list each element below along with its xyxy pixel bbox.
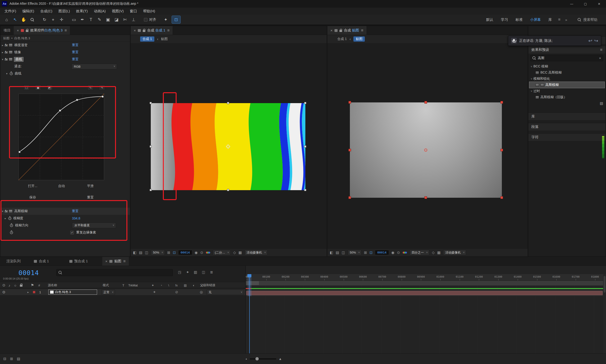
viewer-left-canvas[interactable] — [131, 43, 327, 248]
workspace-小屏幕[interactable]: 小屏幕 — [526, 17, 545, 22]
view-layout-icon[interactable] — [133, 250, 136, 255]
breadcrumb-comp1[interactable]: 合成 1 — [337, 37, 347, 41]
parent-dropdown[interactable]: 无 — [206, 289, 244, 295]
new-panel-icon[interactable] — [600, 101, 603, 105]
tab-tietu[interactable]: 贴图 — [102, 257, 129, 266]
puppet-pin-tool[interactable]: ⊥ — [129, 16, 138, 23]
transform-handle[interactable] — [150, 189, 152, 191]
transform-handle[interactable] — [424, 101, 427, 104]
menu-item[interactable]: 帮助(H) — [140, 8, 158, 15]
layer-name-field[interactable]: 白色 纯色 3 — [48, 289, 97, 295]
grid-guides-icon[interactable] — [364, 250, 367, 255]
workspace-more-icon[interactable]: » — [563, 18, 569, 22]
chevron-right-icon[interactable]: ▸ — [5, 217, 6, 220]
tab-composition-1[interactable]: 合成 合成 1 — [131, 26, 173, 35]
menu-item[interactable]: 窗口 — [127, 8, 140, 15]
maximize-button[interactable]: ▢ — [579, 0, 592, 8]
curve-smooth-icon[interactable]: ∿ — [87, 85, 94, 90]
transform-handle[interactable] — [349, 149, 351, 151]
fx-icon[interactable]: fx — [5, 209, 8, 213]
timeline-graph-area[interactable]: 0000000100002000030000400005000060000700… — [245, 266, 606, 353]
tab-render-queue[interactable]: 渲染队列 — [3, 257, 24, 266]
layer-duration-bar[interactable] — [246, 291, 603, 295]
menu-item[interactable]: 合成(C) — [37, 8, 55, 15]
tab-precomp-1[interactable]: 预合成 1 — [66, 257, 91, 266]
resolution-dropdown[interactable]: 四分之一 — [410, 250, 430, 255]
rotate-tool[interactable]: ↻ — [40, 16, 49, 23]
zoom-in-icon[interactable]: ▲ — [279, 357, 282, 361]
t-column[interactable]: T — [122, 282, 124, 288]
blurriness-value[interactable]: 334.8 — [72, 216, 80, 220]
close-tab-icon[interactable] — [330, 28, 333, 32]
snapshot-icon[interactable] — [391, 250, 394, 255]
tab-effect-controls[interactable]: 效果控件白色 纯色 3 — [14, 26, 70, 35]
workspace-默认[interactable]: 默认 — [483, 17, 497, 22]
mask-mode-icon[interactable]: ✦ — [162, 16, 170, 23]
composition-mini-flowchart-icon[interactable] — [178, 270, 181, 274]
stopwatch-icon[interactable] — [10, 224, 13, 227]
hand-tool[interactable]: ✋ — [19, 16, 28, 23]
brush-tool[interactable]: ✎ — [95, 16, 104, 23]
reset-link[interactable]: 重置 — [72, 43, 79, 47]
curve-pencil-icon[interactable]: ✎ — [99, 85, 105, 90]
blur-direction-dropdown[interactable]: 水平和垂直 — [72, 222, 116, 228]
region-of-interest-icon[interactable] — [370, 250, 373, 255]
transform-handle[interactable] — [304, 189, 306, 191]
reset-link[interactable]: 重置 — [72, 57, 79, 62]
roto-brush-tool[interactable]: ✄ — [121, 16, 129, 23]
camera-tool[interactable]: ⌖ — [49, 16, 57, 23]
grid-options-icon[interactable] — [336, 250, 339, 255]
transform-handle[interactable] — [304, 145, 306, 148]
tab-comp-1[interactable]: 合成 1 — [31, 257, 52, 266]
curve-preset2-icon[interactable]: ◼ — [35, 85, 41, 90]
scrollbar-thumb[interactable] — [604, 276, 606, 293]
resolution-dropdown[interactable]: (二分… — [213, 250, 230, 255]
selection-tool[interactable]: ↖ — [11, 16, 19, 23]
repeat-edge-checkbox[interactable] — [70, 231, 74, 234]
trkmat-column[interactable]: TrkMat — [128, 282, 138, 288]
curves-graph[interactable] — [18, 94, 104, 180]
show-snapshot-icon[interactable] — [397, 250, 400, 255]
menu-item[interactable]: 效果(T) — [73, 8, 91, 15]
menu-item[interactable]: 文件(F) — [1, 8, 19, 15]
tree-item-effect[interactable]: BCC 高斯模糊 — [529, 69, 605, 76]
chevron-right-icon[interactable]: ▸ — [0, 44, 5, 47]
effect-row-gaussian-blur[interactable]: ▾ fx 高斯模糊 重置 — [0, 208, 130, 215]
fx-icon[interactable]: fx — [5, 50, 8, 54]
transform-handle[interactable] — [304, 102, 306, 104]
home-tool[interactable]: ⌂ — [2, 16, 11, 23]
zoom-dropdown[interactable]: 50% — [348, 250, 362, 255]
chevron-down-icon[interactable]: ▾ — [6, 72, 8, 75]
grid-options-icon[interactable] — [139, 250, 142, 255]
viewer-right-canvas[interactable] — [327, 43, 528, 248]
zoom-tool[interactable] — [28, 16, 37, 23]
curve-preset3-icon[interactable]: ◩ — [47, 85, 53, 90]
help-search[interactable]: 搜索帮助 — [578, 17, 597, 22]
layer-row[interactable]: ▸ 1 白色 纯色 3 正常 无 — [0, 289, 245, 295]
effect-row-mirror[interactable]: ▸ fx 镜像 重置 — [0, 49, 130, 56]
viewer-timecode[interactable]: 00014 — [178, 250, 192, 255]
expand-in-out-icon[interactable]: ▤ — [17, 357, 20, 361]
effect-row-curves[interactable]: ▾ fx 曲线 重置 — [0, 56, 130, 63]
show-snapshot-icon[interactable] — [200, 250, 203, 255]
stopwatch-icon[interactable] — [10, 231, 13, 234]
mask-toggle-icon[interactable] — [233, 250, 236, 255]
parent-link-column[interactable]: 父级和链接 — [200, 282, 215, 288]
channels-icon[interactable] — [403, 251, 407, 254]
camera-dropdown[interactable]: 活动摄像机 — [443, 250, 466, 255]
fx-icon[interactable]: fx — [5, 43, 8, 47]
fx-icon[interactable]: fx — [5, 57, 8, 61]
view-layout-icon[interactable] — [330, 250, 333, 255]
layer-quality-icon[interactable] — [153, 289, 156, 295]
snapping-icon[interactable]: ⊡ — [172, 16, 180, 23]
curves-save-button[interactable]: 保存 — [23, 195, 42, 201]
channels-icon[interactable] — [206, 251, 210, 254]
share-back-icon[interactable]: ↩ — [588, 38, 592, 43]
viewer-timecode[interactable]: 00014 — [375, 250, 389, 255]
panel-menu-icon[interactable] — [167, 28, 170, 33]
graph-editor-icon[interactable] — [210, 270, 213, 274]
time-ruler[interactable]: 0000000100002000030000400005000060000700… — [246, 274, 603, 281]
layer-expand-chevron[interactable]: ▸ — [27, 289, 29, 295]
pixel-aspect-icon[interactable] — [437, 250, 441, 255]
camera-dropdown[interactable]: 活动摄像机 — [244, 250, 268, 255]
